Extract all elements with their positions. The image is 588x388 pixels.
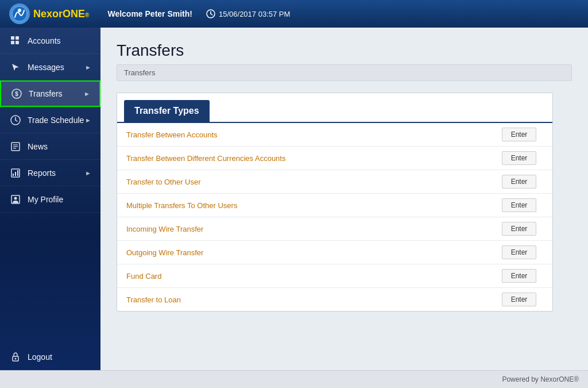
footer-text: Powered by NexorONE®: [502, 375, 579, 383]
header-time: 15/06/2017 03:57 PM: [206, 9, 290, 18]
dollar-icon: $: [10, 87, 23, 100]
cursor-icon: [9, 61, 22, 74]
sidebar-label-messages: Messages: [28, 63, 64, 72]
enter-button-different-currencies[interactable]: Enter: [502, 151, 536, 165]
sidebar-label-news: News: [28, 142, 48, 151]
grid-icon: [9, 34, 22, 47]
svg-point-23: [14, 197, 17, 199]
svg-line-13: [16, 120, 17, 121]
trade-clock-icon: [9, 114, 22, 126]
transfer-label-other-user: Transfer to Other User: [117, 171, 493, 193]
enter-button-other-user[interactable]: Enter: [502, 175, 536, 189]
transfer-label-multiple-transfers: Multiple Transfers To Other Users: [117, 194, 493, 217]
lock-icon: [9, 351, 22, 363]
chart-icon: [9, 167, 22, 179]
sidebar-item-logout[interactable]: Logout: [0, 344, 100, 370]
breadcrumb: Transfers: [117, 64, 572, 81]
sidebar-label-reports: Reports: [28, 168, 56, 178]
logo-icon: [9, 3, 30, 24]
svg-rect-21: [17, 170, 18, 176]
svg-rect-20: [15, 172, 16, 176]
transfer-row-between-accounts: Transfer Between AccountsEnter: [117, 123, 552, 147]
svg-text:$: $: [15, 91, 18, 97]
transfer-row-fund-card: Fund CardEnter: [117, 264, 552, 288]
transfer-label-between-accounts: Transfer Between Accounts: [117, 124, 493, 146]
main-layout: Accounts Messages ► $ Transfers ►: [0, 28, 588, 370]
sidebar-item-trade-schedule[interactable]: Trade Schedule ►: [0, 107, 100, 133]
arrow-icon-trade: ►: [85, 117, 91, 124]
sidebar-item-reports[interactable]: Reports ►: [0, 160, 100, 186]
clock-icon: [206, 9, 215, 18]
arrow-icon-messages: ►: [85, 64, 91, 71]
sidebar-label-my-profile: My Profile: [28, 195, 63, 204]
svg-rect-6: [16, 36, 19, 40]
sidebar-item-messages[interactable]: Messages ►: [0, 54, 100, 80]
svg-rect-8: [16, 41, 19, 44]
sidebar-label-transfers: Transfers: [29, 89, 63, 98]
arrow-icon-reports: ►: [85, 170, 91, 176]
enter-button-multiple-transfers[interactable]: Enter: [502, 198, 536, 212]
transfer-types-box: Transfer Types Transfer Between Accounts…: [117, 93, 553, 312]
sidebar: Accounts Messages ► $ Transfers ►: [0, 28, 100, 370]
svg-point-1: [18, 9, 21, 12]
header-welcome: Welcome Peter Smith!: [107, 9, 192, 18]
sidebar-item-news[interactable]: News: [0, 133, 100, 160]
svg-line-4: [211, 14, 212, 15]
svg-rect-7: [11, 41, 14, 44]
page-title: Transfers: [117, 41, 572, 60]
enter-button-transfer-loan[interactable]: Enter: [502, 293, 536, 306]
transfer-row-incoming-wire: Incoming Wire TransferEnter: [117, 217, 552, 241]
content-area: Transfers Transfers Transfer Types Trans…: [100, 28, 588, 370]
enter-button-incoming-wire[interactable]: Enter: [502, 222, 536, 236]
sidebar-label-trade-schedule: Trade Schedule: [28, 116, 84, 125]
transfer-label-fund-card: Fund Card: [117, 265, 493, 287]
newspaper-icon: [9, 140, 22, 153]
enter-button-outgoing-wire[interactable]: Enter: [502, 245, 536, 259]
enter-button-between-accounts[interactable]: Enter: [502, 128, 536, 141]
header: NexorONE® Welcome Peter Smith! 15/06/201…: [0, 0, 588, 28]
transfer-label-different-currencies: Transfer Between Different Currencies Ac…: [117, 147, 493, 170]
transfer-row-outgoing-wire: Outgoing Wire TransferEnter: [117, 241, 552, 264]
sidebar-item-accounts[interactable]: Accounts: [0, 28, 100, 54]
svg-point-25: [15, 358, 17, 359]
transfer-label-incoming-wire: Incoming Wire Transfer: [117, 218, 493, 240]
transfer-row-different-currencies: Transfer Between Different Currencies Ac…: [117, 147, 552, 170]
transfer-label-transfer-loan: Transfer to Loan: [117, 289, 493, 311]
logo-text: NexorONE®: [33, 8, 89, 20]
enter-button-fund-card[interactable]: Enter: [502, 269, 536, 283]
sidebar-item-my-profile[interactable]: My Profile: [0, 186, 100, 213]
sidebar-item-transfers[interactable]: $ Transfers ►: [0, 80, 100, 107]
transfer-row-multiple-transfers: Multiple Transfers To Other UsersEnter: [117, 194, 552, 217]
sidebar-label-accounts: Accounts: [28, 36, 61, 45]
arrow-icon-transfers: ►: [84, 90, 90, 97]
svg-rect-19: [13, 174, 14, 176]
transfer-row-transfer-loan: Transfer to LoanEnter: [117, 288, 552, 311]
transfer-types-heading: Transfer Types: [124, 100, 210, 122]
transfer-row-other-user: Transfer to Other UserEnter: [117, 170, 552, 194]
sidebar-label-logout: Logout: [28, 352, 52, 362]
logo: NexorONE®: [9, 3, 89, 24]
svg-rect-5: [11, 36, 14, 40]
transfer-label-outgoing-wire: Outgoing Wire Transfer: [117, 241, 493, 264]
footer: Powered by NexorONE®: [0, 370, 588, 388]
person-icon: [9, 193, 22, 206]
